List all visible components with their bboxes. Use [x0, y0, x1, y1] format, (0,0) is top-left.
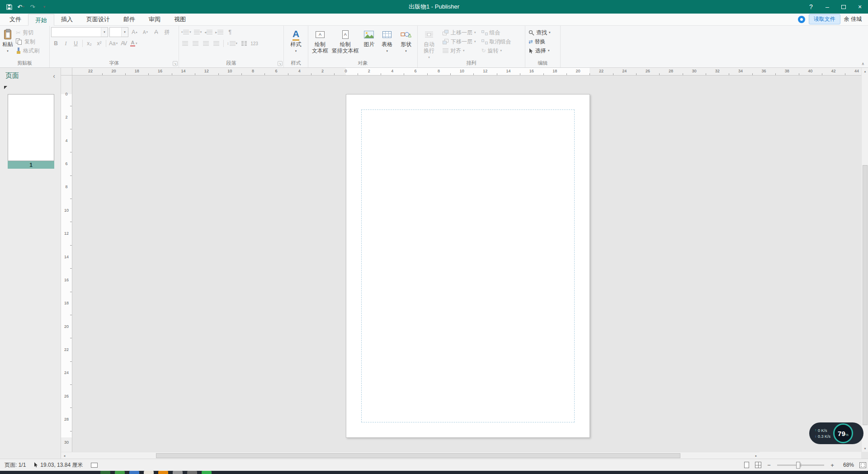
format-painter-button[interactable]: 格式刷 [14, 46, 41, 55]
tab-view[interactable]: 视图 [167, 14, 193, 25]
paragraph-marks-button[interactable]: ¶ [225, 27, 235, 37]
taskbar-app-icon[interactable] [144, 471, 154, 474]
rotate-button[interactable]: ↻旋转▾ [480, 46, 513, 55]
horizontal-ruler[interactable]: 2220181614121086420246810121416182022242… [72, 68, 861, 76]
horizontal-scrollbar-thumb[interactable] [156, 453, 680, 458]
user-name[interactable]: 余 佳城 [844, 15, 862, 23]
shrink-font-button[interactable]: A▾ [141, 27, 150, 37]
tab-mailings[interactable]: 邮件 [117, 14, 142, 25]
page-thumbnail-number[interactable]: 1 [8, 161, 54, 169]
windows-taskbar[interactable] [0, 471, 868, 474]
scroll-left-button[interactable]: ◂ [61, 452, 68, 459]
clear-formatting-button[interactable]: A [151, 27, 161, 37]
picture-button[interactable]: 图片 [360, 27, 378, 61]
align-left-button[interactable] [180, 38, 190, 48]
change-case-button[interactable]: Aa▾ [108, 38, 118, 48]
tab-insert[interactable]: 插入 [54, 14, 80, 25]
undo-button[interactable]: ↶▾ [15, 1, 26, 12]
zoom-slider[interactable] [777, 465, 824, 466]
font-size-dropdown-arrow[interactable]: ▾ [121, 28, 128, 37]
taskbar-app-icon[interactable] [158, 471, 168, 474]
wrap-text-button[interactable]: 自动 换行 ▾ [419, 27, 439, 61]
draw-text-box-button[interactable]: A 绘制 文本框 [310, 27, 330, 61]
taskbar-app-icon[interactable] [115, 471, 125, 474]
object-size-indicator[interactable] [91, 463, 98, 468]
minimize-button[interactable]: – [819, 0, 835, 14]
collapse-pages-panel-button[interactable]: ‹ [53, 72, 55, 80]
save-button[interactable] [4, 1, 14, 12]
zoom-in-button[interactable]: + [829, 461, 836, 469]
page-indicator[interactable]: 页面: 1/1 [5, 461, 26, 469]
vertical-scrollbar-thumb[interactable] [863, 165, 868, 425]
draw-vertical-text-box-button[interactable]: A 绘制 竖排文本框 [330, 27, 360, 61]
help-button[interactable]: ? [803, 0, 819, 14]
read-file-button[interactable]: 读取文件 [809, 14, 840, 24]
superscript-button[interactable]: x² [94, 38, 104, 48]
vertical-ruler[interactable]: 024681012141618202224262830 [61, 76, 72, 452]
publication-page[interactable] [346, 94, 590, 438]
vertical-scrollbar[interactable]: ▴ ▾ [861, 68, 868, 452]
single-page-view-button[interactable] [742, 461, 751, 469]
performance-gauge[interactable]: 79% [833, 423, 853, 443]
align-button[interactable]: 对齐▾ [441, 46, 478, 55]
font-name-dropdown-arrow[interactable]: ▾ [101, 28, 108, 37]
replace-button[interactable]: ⇄替换 [527, 37, 559, 46]
bold-button[interactable]: B [51, 38, 61, 48]
paste-button[interactable]: 粘贴 ▾ [1, 27, 14, 61]
numbering-styles-button[interactable]: 123 [250, 38, 259, 48]
shapes-button[interactable]: 形状 ▾ [396, 27, 416, 61]
font-color-button[interactable]: A▾ [129, 38, 138, 48]
paragraph-dialog-launcher[interactable]: ↘ [278, 61, 283, 66]
taskbar-app-icon[interactable] [129, 471, 139, 474]
bullets-button[interactable]: •▾ [180, 27, 192, 37]
send-backward-button[interactable]: 下移一层▾ [441, 37, 478, 46]
workspace-canvas[interactable] [72, 76, 861, 452]
tab-page-design[interactable]: 页面设计 [80, 14, 117, 25]
scroll-up-button[interactable]: ▴ [862, 68, 868, 75]
subscript-button[interactable]: x₂ [85, 38, 94, 48]
close-button[interactable]: × [852, 0, 868, 14]
panel-corner-handle[interactable] [4, 86, 7, 89]
ungroup-button[interactable]: 取消组合 [480, 37, 513, 46]
customize-quick-access-button[interactable]: ▾ [39, 1, 50, 12]
increase-indent-button[interactable]: ▸ [214, 27, 224, 37]
zoom-out-button[interactable]: − [765, 461, 773, 469]
justify-button[interactable] [212, 38, 221, 48]
network-monitor-overlay[interactable]: ↑0 K/s ↓0.3 K/s 79% [809, 422, 863, 444]
horizontal-scrollbar[interactable]: ◂ ▸ [61, 452, 760, 459]
decrease-indent-button[interactable]: ◂ [203, 27, 213, 37]
tab-home[interactable]: 开始 [28, 14, 54, 26]
table-button[interactable]: 表格 ▾ [378, 27, 396, 61]
collapse-ribbon-button[interactable]: ∧ [861, 62, 864, 66]
align-center-button[interactable] [191, 38, 200, 48]
select-button[interactable]: 选择▾ [527, 46, 559, 55]
taskbar-app-icon[interactable] [202, 471, 212, 474]
taskbar-app-icon[interactable] [187, 471, 197, 474]
zoom-slider-thumb[interactable] [796, 462, 800, 469]
taskbar-app-icon[interactable] [100, 471, 110, 474]
font-size-select[interactable]: ▾ [109, 27, 128, 37]
scroll-down-button[interactable]: ▾ [862, 445, 868, 452]
cut-button[interactable]: ✂剪切 [14, 28, 41, 37]
copy-button[interactable]: 复制 [14, 37, 41, 46]
align-right-button[interactable] [201, 38, 211, 48]
numbering-button[interactable]: ▾ [193, 27, 203, 37]
page-thumbnail[interactable] [8, 94, 54, 161]
tab-review[interactable]: 审阅 [142, 14, 167, 25]
underline-button[interactable]: U [71, 38, 80, 48]
columns-button[interactable] [239, 38, 249, 48]
fit-page-button[interactable] [859, 462, 866, 468]
italic-button[interactable]: I [61, 38, 71, 48]
phonetic-guide-button[interactable]: 拼 [162, 27, 172, 37]
grow-font-button[interactable]: A▴ [130, 27, 139, 37]
find-button[interactable]: 查找▾ [527, 28, 559, 37]
line-spacing-button[interactable]: ↕▾ [226, 38, 238, 48]
scroll-right-button[interactable]: ▸ [753, 452, 760, 459]
tab-file[interactable]: 文件 [3, 14, 28, 25]
bring-forward-button[interactable]: 上移一层▾ [441, 28, 478, 37]
font-dialog-launcher[interactable]: ↘ [173, 61, 178, 66]
redo-button[interactable]: ↷ [27, 1, 38, 12]
character-spacing-button[interactable]: AV [119, 38, 128, 48]
maximize-button[interactable] [835, 0, 852, 14]
font-name-select[interactable]: ▾ [51, 27, 108, 37]
